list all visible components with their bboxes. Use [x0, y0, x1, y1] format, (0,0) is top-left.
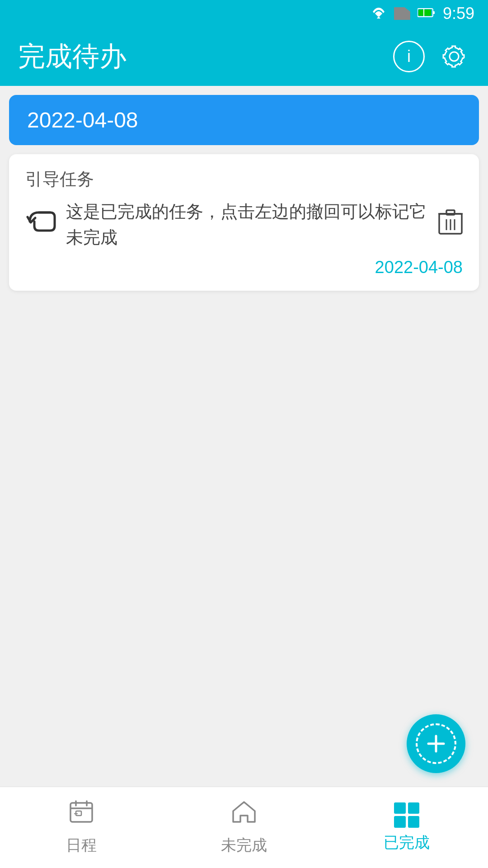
sim-icon — [394, 7, 410, 20]
status-time: 9:59 — [443, 4, 474, 23]
home-icon — [231, 799, 257, 830]
completed-icon — [394, 802, 419, 828]
fab-icon — [416, 723, 456, 764]
task-date: 2022-04-08 — [25, 258, 463, 277]
header-actions: i — [393, 41, 470, 72]
page-title: 完成待办 — [18, 38, 127, 75]
battery-icon — [418, 7, 436, 20]
task-description: 这是已完成的任务，点击左边的撤回可以标记它未完成 — [66, 199, 429, 250]
incomplete-label: 未完成 — [221, 835, 267, 856]
svg-rect-6 — [446, 210, 455, 215]
wifi-icon — [371, 6, 387, 21]
filter-date: 2022-04-08 — [27, 108, 138, 132]
completed-label: 已完成 — [384, 832, 430, 853]
task-title: 引导任务 — [25, 168, 463, 191]
schedule-label: 日程 — [66, 835, 97, 856]
task-list: 引导任务 这是已完成的任务，点击左边的撤回可以标记它未完成 — [9, 154, 479, 291]
info-icon: i — [407, 47, 411, 66]
task-row: 这是已完成的任务，点击左边的撤回可以标记它未完成 — [25, 199, 463, 250]
nav-item-completed[interactable]: 已完成 — [325, 802, 488, 853]
status-bar: 9:59 — [0, 0, 488, 27]
info-button[interactable]: i — [393, 41, 425, 72]
task-card: 引导任务 这是已完成的任务，点击左边的撤回可以标记它未完成 — [9, 154, 479, 291]
svg-rect-2 — [418, 9, 431, 16]
app-header: 完成待办 i — [0, 27, 488, 86]
date-filter[interactable]: 2022-04-08 — [9, 95, 479, 145]
svg-rect-1 — [433, 11, 435, 14]
bottom-navigation: 日程 未完成 已完成 — [0, 787, 488, 868]
schedule-icon — [69, 799, 94, 830]
settings-button[interactable] — [438, 41, 470, 72]
undo-button[interactable] — [25, 208, 57, 241]
nav-item-schedule[interactable]: 日程 — [0, 799, 163, 856]
add-task-fab[interactable] — [407, 714, 465, 773]
delete-button[interactable] — [438, 208, 463, 241]
nav-item-incomplete[interactable]: 未完成 — [163, 799, 325, 856]
